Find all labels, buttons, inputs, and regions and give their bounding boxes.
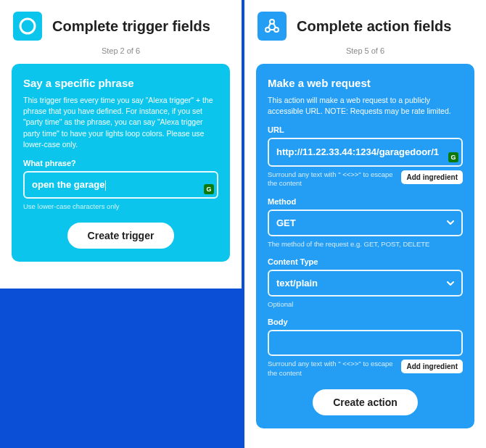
trigger-card: Say a specific phrase This trigger fires… (12, 64, 230, 262)
phrase-label: What phrase? (23, 159, 218, 167)
grammarly-icon: G (448, 152, 458, 162)
content-type-field-group: Content Type text/plain Optional (268, 257, 463, 309)
trigger-header: Complete trigger fields (0, 0, 242, 45)
action-panel: Complete action fields Step 5 of 6 Make … (243, 0, 486, 448)
body-input[interactable] (268, 330, 463, 356)
url-hint-row: Surround any text with " <<>>" to escape… (268, 170, 463, 188)
method-select-wrap: GET (268, 210, 463, 236)
phrase-field-group: What phrase? open the garage G Use lower… (23, 159, 218, 211)
action-card: Make a web request This action will make… (256, 64, 474, 428)
content-type-select[interactable]: text/plain (268, 270, 463, 296)
svg-point-2 (265, 28, 270, 32)
body-input-wrap (268, 330, 463, 356)
url-add-ingredient-button[interactable]: Add ingredient (401, 170, 463, 184)
trigger-panel: Complete trigger fields Step 2 of 6 Say … (0, 0, 243, 289)
create-trigger-button[interactable]: Create trigger (67, 223, 175, 249)
url-input[interactable]: http://11.22.33.44:1234/garagedoor/1 (268, 138, 463, 167)
phrase-input-value: open the garage (32, 179, 104, 190)
action-card-title: Make a web request (268, 77, 463, 89)
content-type-label: Content Type (268, 257, 463, 266)
content-type-select-wrap: text/plain (268, 270, 463, 296)
url-label: URL (268, 125, 463, 134)
text-cursor (105, 181, 106, 191)
phrase-input[interactable]: open the garage (23, 171, 218, 199)
svg-point-3 (274, 28, 279, 32)
trigger-step: Step 2 of 6 (0, 46, 242, 55)
url-input-value: http://11.22.33.44:1234/garagedoor/1 (276, 146, 439, 157)
svg-point-0 (20, 19, 35, 33)
trigger-card-desc: This trigger fires every time you say "A… (23, 95, 218, 150)
url-input-wrap: http://11.22.33.44:1234/garagedoor/1 G (268, 138, 463, 167)
webhook-icon (258, 12, 287, 41)
url-field-group: URL http://11.22.33.44:1234/garagedoor/1… (268, 125, 463, 188)
action-header: Complete action fields (244, 0, 486, 45)
url-hint: Surround any text with " <<>>" to escape… (268, 170, 395, 188)
method-field-group: Method GET The method of the request e.g… (268, 197, 463, 249)
phrase-input-wrap: open the garage G (23, 171, 218, 199)
trigger-title: Complete trigger fields (52, 18, 210, 35)
action-title: Complete action fields (297, 18, 451, 35)
content-type-hint: Optional (268, 300, 463, 309)
phrase-hint: Use lower-case characters only (23, 202, 218, 211)
body-add-ingredient-button[interactable]: Add ingredient (401, 360, 463, 373)
body-hint-row: Surround any text with " <<>>" to escape… (268, 360, 463, 378)
action-card-desc: This action will make a web request to a… (268, 95, 463, 117)
action-step: Step 5 of 6 (244, 46, 486, 55)
grammarly-icon: G (204, 184, 214, 194)
body-field-group: Body Surround any text with " <<>>" to e… (268, 318, 463, 378)
method-select[interactable]: GET (268, 210, 463, 236)
method-label: Method (268, 197, 463, 206)
method-hint: The method of the request e.g. GET, POST… (268, 240, 463, 249)
body-label: Body (268, 318, 463, 326)
body-hint: Surround any text with " <<>>" to escape… (268, 360, 395, 378)
trigger-card-title: Say a specific phrase (23, 77, 218, 89)
create-action-button[interactable]: Create action (313, 389, 418, 415)
alexa-icon (13, 12, 42, 41)
